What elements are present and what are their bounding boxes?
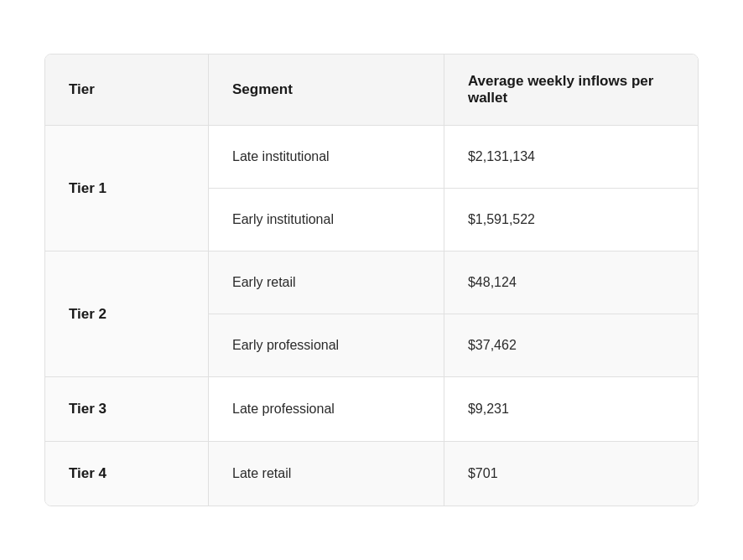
value-cell: $37,462 — [444, 314, 698, 377]
value-cell: $1,591,522 — [444, 189, 698, 251]
data-table: Tier Segment Average weekly inflows per … — [45, 54, 698, 506]
table-row: Tier 2Early retail$48,124 — [45, 251, 698, 314]
value-cell: $701 — [444, 442, 698, 506]
segment-column-header: Segment — [209, 54, 444, 126]
table-row: Tier 1Late institutional$2,131,134 — [45, 126, 698, 189]
table-row: Tier 3Late professional$9,231 — [45, 377, 698, 442]
segment-cell: Late retail — [209, 442, 444, 506]
segment-cell: Late institutional — [209, 126, 444, 189]
value-cell: $9,231 — [444, 377, 698, 442]
tier-column-header: Tier — [45, 54, 209, 126]
segment-cell: Early institutional — [209, 189, 444, 251]
table-header-row: Tier Segment Average weekly inflows per … — [45, 54, 698, 126]
value-column-header: Average weekly inflows per wallet — [444, 54, 698, 126]
tier-cell: Tier 3 — [45, 377, 209, 442]
tier-cell: Tier 1 — [45, 126, 209, 251]
main-table-container: Tier Segment Average weekly inflows per … — [44, 54, 699, 506]
segment-cell: Early professional — [209, 314, 444, 377]
value-cell: $2,131,134 — [444, 126, 698, 189]
table-row: Tier 4Late retail$701 — [45, 442, 698, 506]
tier-cell: Tier 4 — [45, 442, 209, 506]
segment-cell: Late professional — [209, 377, 444, 442]
tier-cell: Tier 2 — [45, 251, 209, 377]
segment-cell: Early retail — [209, 251, 444, 314]
value-cell: $48,124 — [444, 251, 698, 314]
